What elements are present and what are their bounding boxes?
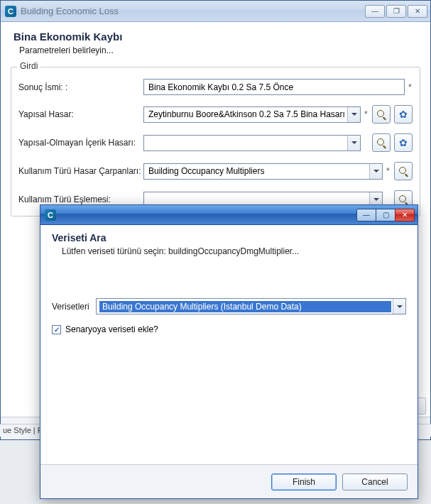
gear-icon: ✿ [399, 109, 408, 120]
dialog-header: Veriseti Ara Lütfen veriseti türünü seçi… [40, 225, 418, 263]
search-icon [399, 195, 408, 204]
chevron-down-icon[interactable] [347, 136, 360, 150]
minimize-button[interactable]: — [365, 5, 385, 18]
chevron-down-icon[interactable] [347, 107, 360, 122]
search-icon [399, 167, 408, 176]
combo-icerik-hasari[interactable] [143, 135, 361, 151]
dialog-minimize-button[interactable]: — [356, 209, 376, 221]
row-sonuc-ismi: Sonuç İsmi: : Bina Ekonomik Kaybı 0.2 Sa… [18, 79, 413, 95]
dialog-title: Veriseti Ara [52, 232, 406, 243]
row-hasar-carpanlari: Kullanım Türü Hasar Çarpanları: Building… [18, 162, 413, 180]
combo-yapisal-hasar[interactable]: Zeytinburnu Boore&Atkinson 0.2 Sa 7.5 Bi… [143, 106, 361, 123]
dialog-body: Verisetleri Building Occupancy Multiplie… [40, 263, 418, 341]
window-controls: — ❐ ✕ [365, 5, 427, 18]
app-icon: C [5, 6, 16, 17]
chevron-down-icon[interactable] [393, 299, 405, 314]
search-dataset-dialog: C — ▢ ✕ Veriseti Ara Lütfen veriseti tür… [40, 204, 418, 499]
row-yapisal-hasar: Yapısal Hasar: Zeytinburnu Boore&Atkinso… [18, 105, 413, 124]
label-hasar-carpanlari: Kullanım Türü Hasar Çarpanları: [18, 166, 143, 176]
search-button[interactable] [372, 105, 391, 124]
required-mark: * [364, 109, 369, 119]
row-datasets: Verisetleri Building Occupancy Multiplie… [52, 298, 406, 314]
search-button[interactable] [372, 133, 391, 152]
label-datasets: Verisetleri [52, 302, 96, 312]
search-button[interactable] [394, 162, 413, 180]
optional-mark [386, 195, 391, 204]
settings-button[interactable]: ✿ [394, 133, 413, 152]
search-icon [377, 110, 386, 119]
label-icerik-hasari: Yapısal-Olmayan İçerik Hasarı: [18, 138, 143, 148]
input-sonuc-ismi[interactable]: Bina Ekonomik Kaybı 0.2 Sa 7.5 Önce [143, 79, 405, 95]
finish-button[interactable]: Finish [271, 473, 337, 491]
window-title: Building Economic Loss [21, 6, 365, 16]
checkbox-add-to-scenario[interactable]: ✓ [52, 325, 61, 334]
settings-button[interactable]: ✿ [394, 105, 413, 124]
row-icerik-hasari: Yapısal-Olmayan İçerik Hasarı: ✿ [18, 133, 413, 152]
dialog-close-button[interactable]: ✕ [395, 209, 415, 221]
dialog-hint: Lütfen veriseti türünü seçin: buildingOc… [62, 246, 406, 256]
page-title: Bina Ekonomik Kaybı [13, 31, 418, 43]
label-kullanim-eslemesi: Kullanım Türü Eşlemesi: [18, 195, 143, 204]
chevron-down-icon[interactable] [369, 164, 382, 179]
search-icon [377, 138, 386, 148]
optional-mark [364, 138, 369, 148]
required-mark: * [408, 82, 413, 92]
page-subtitle: Parametreleri belirleyin... [19, 45, 418, 55]
combo-selected-text: Building Occupancy Multipliers (Istanbul… [99, 301, 391, 312]
fieldset-label: Girdi [17, 61, 40, 71]
input-fieldset: Girdi Sonuç İsmi: : Bina Ekonomik Kaybı … [11, 67, 420, 217]
label-sonuc-ismi: Sonuç İsmi: : [18, 82, 143, 92]
content-header: Bina Ekonomik Kaybı Parametreleri belirl… [1, 22, 430, 60]
label-yapisal-hasar: Yapısal Hasar: [18, 109, 143, 119]
required-mark: * [386, 166, 391, 176]
main-titlebar[interactable]: C Building Economic Loss — ❐ ✕ [1, 1, 430, 22]
row-add-to-scenario: ✓ Senaryoya veriseti ekle? [52, 324, 406, 334]
combo-datasets[interactable]: Building Occupancy Multipliers (Istanbul… [96, 298, 406, 314]
maximize-button[interactable]: ❐ [386, 5, 406, 18]
gear-icon: ✿ [399, 137, 408, 148]
dialog-window-controls: — ▢ ✕ [357, 209, 415, 221]
dialog-footer: Finish Cancel [40, 464, 418, 498]
dialog-maximize-button[interactable]: ▢ [376, 209, 395, 221]
close-button[interactable]: ✕ [408, 5, 427, 18]
combo-hasar-carpanlari[interactable]: Building Occupancy Multipliers [143, 163, 383, 180]
dialog-titlebar[interactable]: C — ▢ ✕ [40, 205, 418, 225]
checkbox-label: Senaryoya veriseti ekle? [65, 324, 158, 334]
cancel-button[interactable]: Cancel [342, 473, 408, 491]
app-icon: C [45, 209, 56, 221]
